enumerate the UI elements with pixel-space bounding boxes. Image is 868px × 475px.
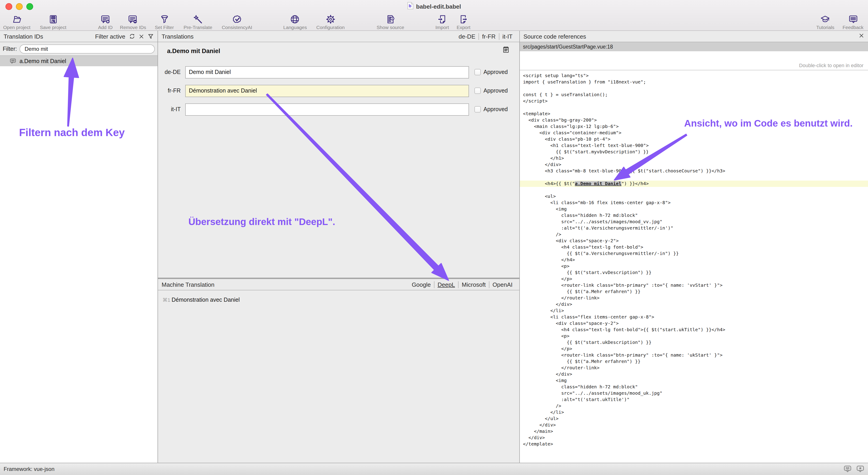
notes-button[interactable] <box>502 46 510 55</box>
toolbar-button-show-source[interactable]: Show source <box>377 13 404 30</box>
language-tab-fr-FR[interactable]: fr-FR <box>478 33 499 40</box>
mt-result-row[interactable]: ⌘1Démonstration avec Daniel <box>158 295 519 304</box>
code-line: <h4 class="text-lg font-bold">{{ $t("sta… <box>520 327 868 333</box>
toolbar-label: Tutorials <box>816 25 834 30</box>
chat-star-icon[interactable] <box>856 465 864 473</box>
code-line: {{ $t("start.vvDescription") }} <box>520 270 868 276</box>
close-panel-icon[interactable] <box>859 33 864 40</box>
code-line: <p> <box>520 263 868 270</box>
mt-shortcut: ⌘1 <box>162 297 172 303</box>
toolbar-button-remove-ids[interactable]: Remove IDs <box>120 13 146 30</box>
toolbar-button-pre-translate[interactable]: Pre-Translate <box>184 13 212 30</box>
translation-ids-title: Translation IDs <box>4 33 43 40</box>
toolbar-button-save-project[interactable]: Save project <box>40 13 66 30</box>
translation-input-fr-FR[interactable]: Démonstration avec Daniel <box>185 85 469 97</box>
code-line: {{ $t("start.myvbvDescription") }} <box>520 149 868 155</box>
source-code-view[interactable]: <script setup lang="ts">import { useTran… <box>520 70 868 463</box>
set-filter-icon <box>159 13 169 25</box>
window-chrome: b babel-edit.babel Open projectSave proj… <box>0 0 868 31</box>
mt-provider-tab-microsoft[interactable]: Microsoft <box>458 281 489 288</box>
source-reference-row[interactable]: src/pages/start/GuestStartPage.vue:18 <box>520 42 868 51</box>
code-line: </div> <box>520 371 868 377</box>
code-line: <h1 class="text-left text-blue-900"> <box>520 142 868 149</box>
close-icon[interactable] <box>138 33 144 39</box>
code-line: :alt="t('a.Versicherungsvermittler/-in')… <box>520 225 868 231</box>
toolbar-button-tutorials[interactable]: Tutorials <box>816 13 834 30</box>
toolbar-button-feedback[interactable]: Feedback <box>843 13 864 30</box>
code-line: </router-link> <box>520 365 868 371</box>
language-tab-de-DE[interactable]: de-DE <box>455 33 478 40</box>
approved-checkbox-it-IT[interactable] <box>474 106 481 112</box>
titlebar: b babel-edit.babel <box>0 0 868 13</box>
chat-wave-icon[interactable] <box>843 465 851 473</box>
machine-translation-title: Machine Translation <box>162 281 215 288</box>
code-line: <main class="lg:px-12 lg:pb-6"> <box>520 124 868 130</box>
import-icon <box>437 13 447 25</box>
translation-ids-panel: Translation IDs Filter active Filter: a.… <box>0 31 158 463</box>
source-code-panel: Source code references src/pages/start/G… <box>520 31 868 463</box>
mt-provider-tab-deepl[interactable]: DeepL <box>434 281 458 288</box>
code-line: <template> <box>520 111 868 117</box>
svg-text:b: b <box>408 3 411 8</box>
translation-id-label: a.Demo mit Daniel <box>20 58 66 64</box>
filter-input[interactable] <box>20 44 155 53</box>
translations-title: Translations <box>162 33 194 40</box>
code-line: {{ $t("a.Versicherungsvermittler/-in") }… <box>520 250 868 257</box>
code-line <box>520 104 868 111</box>
toolbar-button-set-filter[interactable]: Set Filter <box>155 13 174 30</box>
approved-label: Approved <box>484 106 508 112</box>
code-line: </p> <box>520 276 868 282</box>
main-area: Translation IDs Filter active Filter: a.… <box>0 31 868 463</box>
toolbar-label: ConsistencyAI <box>222 25 252 30</box>
code-line-highlighted: <h4>{{ $t("a.Demo mit Daniel") }}</h4> <box>520 180 868 187</box>
translation-input-de-DE[interactable]: Demo mit Daniel <box>185 66 469 78</box>
source-code-references-title: Source code references <box>523 33 586 40</box>
toolbar-label: Pre-Translate <box>184 25 212 30</box>
code-line <box>520 187 868 193</box>
feedback-icon <box>848 13 858 25</box>
document-icon: b <box>407 2 413 11</box>
mt-provider-tab-google[interactable]: Google <box>409 281 434 288</box>
code-line: <li class="mb-16 flex items-center gap-x… <box>520 200 868 206</box>
language-label-de-DE: de-DE <box>158 69 181 75</box>
mt-provider-tab-openai[interactable]: OpenAI <box>489 281 516 288</box>
filter-row: Filter: <box>0 42 158 56</box>
translation-id-item[interactable]: a.Demo mit Daniel <box>0 56 158 66</box>
babeledit-window: b babel-edit.babel Open projectSave proj… <box>0 0 868 475</box>
toolbar-label: Export <box>457 25 470 30</box>
toolbar-button-configuration[interactable]: Configuration <box>316 13 345 30</box>
toolbar-button-add-id[interactable]: Add ID <box>98 13 113 30</box>
toolbar-label: Show source <box>377 25 404 30</box>
source-reference-list: src/pages/start/GuestStartPage.vue:18 Do… <box>520 42 868 70</box>
save-project-icon <box>48 13 58 25</box>
approved-checkbox-de-DE[interactable] <box>474 69 481 75</box>
translation-input-it-IT[interactable] <box>185 103 469 116</box>
language-tab-it-IT[interactable]: it-IT <box>499 33 516 40</box>
toolbar-button-open-project[interactable]: Open project <box>3 13 30 30</box>
languages-icon <box>290 13 300 25</box>
refresh-icon[interactable] <box>129 33 135 39</box>
comment-icon <box>9 58 17 64</box>
code-line: </template> <box>520 441 868 447</box>
code-line <box>520 85 868 92</box>
open-in-editor-hint: Double-click to open in editor <box>799 63 864 68</box>
show-source-icon <box>385 13 396 25</box>
toolbar-button-import[interactable]: Import <box>435 13 449 30</box>
tutorials-icon <box>820 13 831 25</box>
filter-funnel-icon[interactable] <box>148 33 154 39</box>
language-label-it-IT: it-IT <box>158 106 181 112</box>
code-line: </h4> <box>520 257 868 263</box>
code-line: <div class="space-y-2"> <box>520 320 868 327</box>
toolbar-button-languages[interactable]: Languages <box>283 13 307 30</box>
code-line: class="hidden h-72 md:block" <box>520 384 868 390</box>
toolbar-button-export[interactable]: Export <box>457 13 470 30</box>
approved-checkbox-fr-FR[interactable] <box>474 88 481 94</box>
highlighted-translation-id-in-code[interactable]: a.Demo mit Daniel <box>575 181 621 186</box>
translations-panel: Translations de-DEfr-FRit-IT a.Demo mit … <box>158 31 520 463</box>
code-line <box>520 174 868 180</box>
language-label-fr-FR: fr-FR <box>158 88 181 94</box>
toolbar-button-consistency-ai[interactable]: ConsistencyAI <box>222 13 252 30</box>
code-line: :alt="t('start.ukTitle')" <box>520 397 868 403</box>
translation-id-list: a.Demo mit Daniel <box>0 56 158 66</box>
code-line: <div class="pb-10 pt-4"> <box>520 136 868 142</box>
